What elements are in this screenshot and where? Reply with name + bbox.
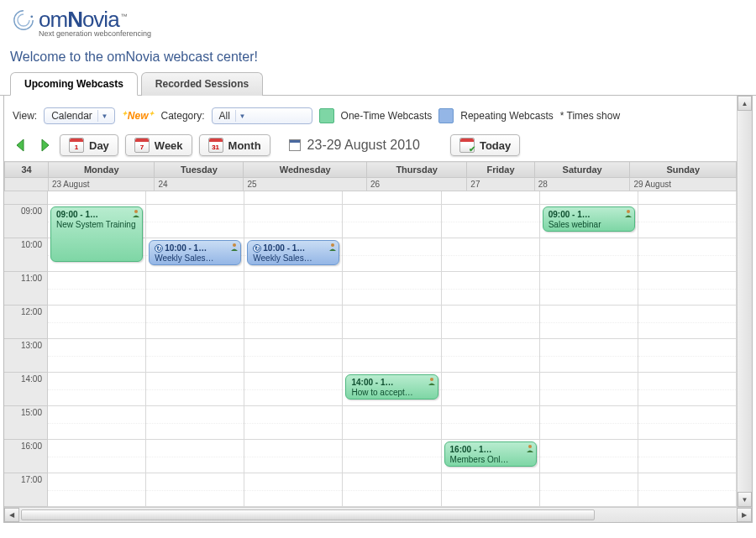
scroll-down-icon[interactable]: ▼ <box>738 492 752 507</box>
repeat-icon: ↻ <box>155 244 163 253</box>
day-column[interactable]: 16:00 - 1…Members Onl… <box>442 191 540 507</box>
repeat-icon: ↻ <box>253 244 261 253</box>
date-header[interactable]: 23 August <box>49 178 155 191</box>
calendar-header: 34 Monday Tuesday Wednesday Thursday Fri… <box>4 161 737 191</box>
svg-point-6 <box>627 210 630 213</box>
month-button[interactable]: 31Month <box>199 134 270 156</box>
day-button[interactable]: 1Day <box>60 134 118 156</box>
scroll-up-icon[interactable]: ▲ <box>738 96 752 111</box>
svg-point-2 <box>233 243 236 247</box>
content-frame: View: Calendar▼ New Category: All▼ One-T… <box>3 96 753 523</box>
category-dropdown[interactable]: All▼ <box>212 107 312 124</box>
day-column[interactable] <box>638 191 737 507</box>
person-icon <box>428 377 436 385</box>
day-header: Monday <box>49 162 155 178</box>
person-icon <box>230 243 239 251</box>
svg-point-4 <box>430 378 433 381</box>
day-column[interactable]: 09:00 - 1…New System Training <box>48 191 146 507</box>
next-button[interactable] <box>36 137 53 154</box>
person-icon <box>526 444 534 452</box>
calendar-today-icon <box>459 138 475 153</box>
calendar-event[interactable]: 09:00 - 1…New System Training <box>50 206 143 262</box>
calendar-event[interactable]: 16:00 - 1…Members Onl… <box>444 441 537 467</box>
time-label: 13:00 <box>4 339 48 373</box>
time-label: 10:00 <box>4 238 48 272</box>
day-header: Friday <box>467 162 534 178</box>
filter-bar: View: Calendar▼ New Category: All▼ One-T… <box>4 96 737 133</box>
calendar-week-icon: 7 <box>134 138 150 153</box>
time-label: 08:00 <box>4 191 48 205</box>
prev-button[interactable] <box>13 137 29 154</box>
tabs: Upcoming Webcasts Recorded Sessions <box>0 71 756 96</box>
time-label: 11:00 <box>4 272 48 306</box>
date-header[interactable]: 26 <box>366 178 466 191</box>
day-column[interactable]: ↻10:00 - 1…Weekly Sales… <box>244 191 343 507</box>
day-header: Sunday <box>630 162 737 178</box>
day-header: Tuesday <box>155 162 244 178</box>
new-badge: New <box>122 110 155 122</box>
vertical-scrollbar[interactable]: ▲ ▼ <box>737 96 752 507</box>
calendar-event[interactable]: ↻10:00 - 1…Weekly Sales… <box>149 240 241 265</box>
day-header: Wednesday <box>244 162 366 178</box>
person-icon <box>132 209 140 217</box>
date-header[interactable]: 25 <box>244 178 366 191</box>
logo-swirl-icon <box>12 8 35 32</box>
category-label: Category: <box>161 110 205 122</box>
svg-point-5 <box>528 445 532 448</box>
week-corner <box>5 178 49 191</box>
chevron-down-icon: ▼ <box>235 110 249 122</box>
date-header[interactable]: 27 <box>467 178 534 191</box>
calendar-grid: 08:0009:0010:0011:0012:0013:0014:0015:00… <box>4 191 737 507</box>
view-dropdown[interactable]: Calendar▼ <box>44 107 115 124</box>
day-column[interactable]: ↻10:00 - 1…Weekly Sales… <box>146 191 244 507</box>
legend-swatch-repeating <box>438 108 454 123</box>
calendar-event[interactable]: ↻10:00 - 1…Weekly Sales… <box>247 240 339 265</box>
date-header[interactable]: 28 <box>534 178 630 191</box>
scroll-thumb[interactable] <box>21 509 595 520</box>
day-header: Saturday <box>534 162 630 178</box>
calendar-month-icon: 31 <box>208 138 223 153</box>
calendar-day-icon: 1 <box>69 138 84 153</box>
week-number-header: 34 <box>5 162 49 178</box>
chevron-down-icon: ▼ <box>97 110 111 122</box>
legend-swatch-onetime <box>319 108 334 123</box>
person-icon <box>328 243 337 251</box>
page-title: Welcome to the omNovia webcast center! <box>0 41 756 71</box>
tagline: Next generation webconferencing <box>39 29 744 38</box>
time-label: 17:00 <box>4 473 48 507</box>
week-button[interactable]: 7Week <box>125 134 192 156</box>
tab-recorded[interactable]: Recorded Sessions <box>141 72 263 96</box>
date-range: 23-29 August 2010 <box>307 138 420 153</box>
time-label: 09:00 <box>4 205 48 238</box>
today-button[interactable]: Today <box>450 134 520 156</box>
day-header: Thursday <box>366 162 466 178</box>
times-note: * Times show <box>560 110 620 122</box>
scroll-right-icon[interactable]: ▶ <box>737 508 752 522</box>
date-header[interactable]: 29 August <box>630 178 737 191</box>
toolbar: 1Day 7Week 31Month 23-29 August 2010 Tod… <box>4 133 737 161</box>
legend-onetime: One-Time Webcasts <box>341 110 433 122</box>
view-label: View: <box>13 110 37 122</box>
calendar-event[interactable]: 14:00 - 1…How to accept… <box>345 374 438 400</box>
svg-point-3 <box>331 243 334 247</box>
day-column[interactable]: 14:00 - 1…How to accept… <box>343 191 441 507</box>
person-icon <box>624 209 633 217</box>
legend-repeating: Repeating Webcasts <box>460 110 554 122</box>
svg-point-1 <box>134 210 138 213</box>
horizontal-scrollbar[interactable]: ◀ ▶ <box>4 507 752 522</box>
mini-calendar-icon[interactable] <box>289 139 301 151</box>
svg-point-0 <box>30 15 33 18</box>
tab-upcoming[interactable]: Upcoming Webcasts <box>10 72 138 96</box>
day-column[interactable]: 09:00 - 1…Sales webinar <box>540 191 638 507</box>
calendar-event[interactable]: 09:00 - 1…Sales webinar <box>543 206 635 232</box>
time-label: 16:00 <box>4 440 48 473</box>
time-label: 12:00 <box>4 306 48 339</box>
date-header[interactable]: 24 <box>155 178 244 191</box>
time-label: 15:00 <box>4 406 48 440</box>
time-label: 14:00 <box>4 373 48 406</box>
scroll-left-icon[interactable]: ◀ <box>4 508 19 522</box>
header: omNovia™ Next generation webconferencing <box>0 0 756 41</box>
